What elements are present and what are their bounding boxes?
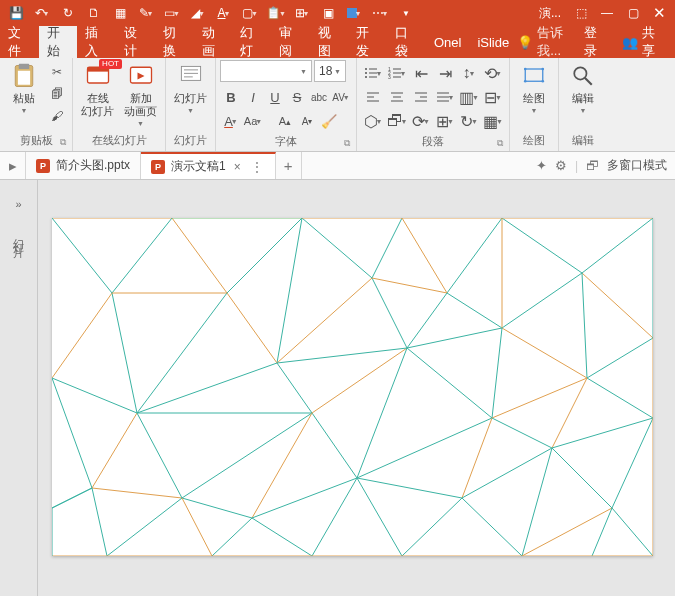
tab-slideshow[interactable]: 幻灯 (232, 26, 271, 58)
maximize-icon[interactable]: ▢ (621, 2, 645, 24)
save-icon[interactable]: 💾 (4, 2, 28, 24)
outline-pane[interactable]: » 幻灯片 (0, 180, 38, 596)
shape-icon[interactable]: ▢▼ (238, 2, 262, 24)
drawing-button[interactable]: 绘图 ▼ (514, 60, 554, 116)
align-icon[interactable]: ⊞▼ (290, 2, 314, 24)
group-shapes-button[interactable]: ▦▼ (481, 110, 505, 132)
svg-line-55 (137, 363, 277, 413)
shadow-button[interactable]: abc (308, 86, 330, 108)
font-family-combo[interactable]: ▼ (220, 60, 312, 82)
svg-line-47 (112, 293, 137, 413)
columns-button[interactable]: ▥▼ (457, 86, 481, 108)
undo-icon[interactable]: ↶▼ (30, 2, 54, 24)
paste-icon[interactable]: 📋▼ (264, 2, 288, 24)
align-text-button[interactable]: ⊟▼ (481, 86, 505, 108)
smartart-button[interactable]: ⬡▼ (361, 110, 385, 132)
arrange-button[interactable]: 🗗▼ (385, 110, 409, 132)
ribbon-display-icon[interactable]: ⬚ (569, 2, 593, 24)
justify-button[interactable]: ▼ (433, 86, 457, 108)
tab-view[interactable]: 视图 (310, 26, 349, 58)
online-slides-button[interactable]: HOT 在线 幻灯片 (77, 60, 118, 120)
more-icon[interactable]: ⋯▼ (368, 2, 392, 24)
settings-icon[interactable]: ⚙ (555, 158, 567, 173)
align-center-button[interactable] (385, 86, 409, 108)
clear-formatting-button[interactable]: 🧹 (318, 110, 340, 132)
svg-point-13 (365, 72, 367, 74)
grow-font-button[interactable]: A▴ (274, 110, 296, 132)
font-color-icon[interactable]: A▼ (212, 2, 236, 24)
text-dir-button[interactable]: ⟲▼ (481, 62, 505, 84)
bold-button[interactable]: B (220, 86, 242, 108)
clipboard-launcher-icon[interactable]: ⧉ (60, 137, 66, 148)
eyedropper-icon[interactable]: ✎▼ (134, 2, 158, 24)
tab-animation[interactable]: 动画 (194, 26, 233, 58)
tab-onekey[interactable]: Onel (426, 26, 469, 58)
underline-button[interactable]: U (264, 86, 286, 108)
close-icon[interactable]: ✕ (647, 2, 671, 24)
doc-tab-1[interactable]: P 简介头图.pptx (26, 152, 141, 179)
share-icon: 👥 (622, 35, 638, 50)
tab-menu-icon[interactable]: ⋮ (249, 160, 265, 174)
font-size-combo[interactable]: 18▼ (314, 60, 346, 82)
indent-increase-button[interactable]: ⇥ (433, 62, 457, 84)
color-swatch-icon[interactable]: ▼ (342, 2, 366, 24)
line-spacing-button[interactable]: ↕▼ (457, 62, 481, 84)
align-left-button[interactable] (361, 86, 385, 108)
tab-insert[interactable]: 插入 (77, 26, 116, 58)
tab-developer[interactable]: 开发 (348, 26, 387, 58)
italic-button[interactable]: I (242, 86, 264, 108)
new-icon[interactable]: 🗋 (82, 2, 106, 24)
convert-button[interactable]: ⟳▼ (409, 110, 433, 132)
slideshow-icon[interactable]: ▣ (316, 2, 340, 24)
close-tab-icon[interactable]: × (232, 160, 243, 174)
title-bar: 💾 ↶▼ ↻ 🗋 ▦ ✎▼ ▭▼ ◢▼ A▼ ▢▼ 📋▼ ⊞▼ ▣ ▼ ⋯▼ ▼… (0, 0, 675, 26)
slide[interactable] (52, 218, 653, 556)
paragraph-launcher-icon[interactable]: ⧉ (497, 138, 503, 149)
change-case-button[interactable]: Aa▼ (242, 110, 264, 132)
doc-tab-2[interactable]: P 演示文稿1 × ⋮ (141, 152, 276, 179)
svg-line-108 (312, 478, 357, 556)
tab-review[interactable]: 审阅 (271, 26, 310, 58)
strikethrough-button[interactable]: S (286, 86, 308, 108)
bullets-button[interactable]: ▼ (361, 62, 385, 84)
char-spacing-button[interactable]: AV▼ (330, 86, 352, 108)
slide-canvas-area[interactable] (38, 180, 675, 596)
cut-icon[interactable]: ✂ (46, 62, 68, 82)
font-color-button[interactable]: A▼ (220, 110, 242, 132)
tell-me-search[interactable]: 💡 告诉我... (517, 24, 576, 60)
svg-line-117 (552, 418, 653, 448)
slides-button[interactable]: 幻灯片 ▼ (170, 60, 211, 116)
tab-transition[interactable]: 切换 (155, 26, 194, 58)
textbox-icon[interactable]: ▭▼ (160, 2, 184, 24)
font-launcher-icon[interactable]: ⧉ (344, 138, 350, 149)
shrink-font-button[interactable]: A▾ (296, 110, 318, 132)
add-doc-button[interactable]: + (276, 152, 302, 179)
copy-icon[interactable]: 🗐 (46, 84, 68, 104)
list-docs-button[interactable]: ▸ (0, 152, 26, 179)
fill-icon[interactable]: ◢▼ (186, 2, 210, 24)
star-icon[interactable]: ✦ (536, 158, 547, 173)
new-anim-page-button[interactable]: 新加 动画页 ▼ (120, 60, 161, 129)
indent-decrease-button[interactable]: ⇤ (409, 62, 433, 84)
login-button[interactable]: 登录 (578, 24, 612, 60)
table-icon[interactable]: ▦ (108, 2, 132, 24)
redo-icon[interactable]: ↻ (56, 2, 80, 24)
rotate-button[interactable]: ↻▼ (457, 110, 481, 132)
tab-home[interactable]: 开始 (39, 26, 78, 58)
expand-outline-icon[interactable]: » (15, 198, 21, 210)
tab-file[interactable]: 文件 (0, 26, 39, 58)
tab-islide[interactable]: iSlide (469, 26, 517, 58)
format-painter-icon[interactable]: 🖌 (46, 106, 68, 126)
paste-button[interactable]: 粘贴 ▼ (4, 60, 44, 116)
align-right-button[interactable] (409, 86, 433, 108)
minimize-icon[interactable]: — (595, 2, 619, 24)
distribute-button[interactable]: ⊞▼ (433, 110, 457, 132)
tab-design[interactable]: 设计 (116, 26, 155, 58)
customize-qat-icon[interactable]: ▼ (394, 2, 418, 24)
multiwindow-label[interactable]: 多窗口模式 (607, 157, 667, 174)
numbering-button[interactable]: 123▼ (385, 62, 409, 84)
share-button[interactable]: 👥 共享 (614, 24, 669, 60)
group-online-slides: HOT 在线 幻灯片 新加 动画页 ▼ 在线幻灯片 (73, 58, 166, 151)
editing-button[interactable]: 编辑 ▼ (563, 60, 603, 116)
tab-pocket[interactable]: 口袋 (387, 26, 426, 58)
